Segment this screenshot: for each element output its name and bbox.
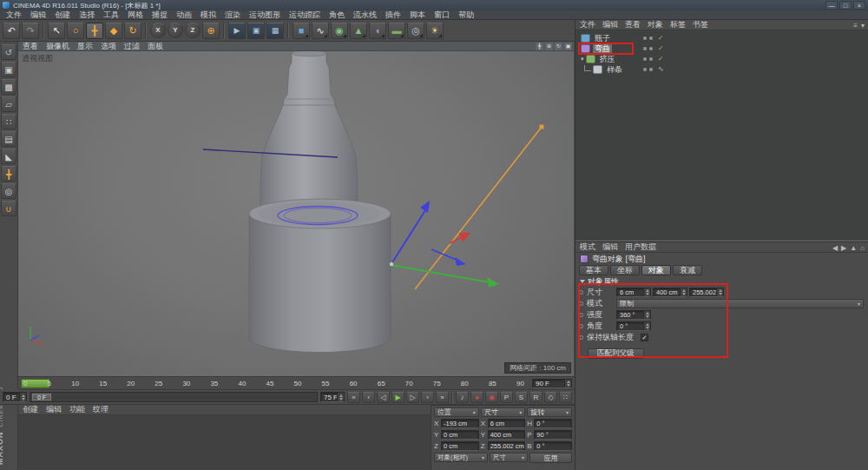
subdivision-surface-icon[interactable]: ◉ xyxy=(331,23,348,39)
edges-mode-icon[interactable]: ▤ xyxy=(1,131,16,147)
stepper[interactable] xyxy=(19,393,26,401)
close-button[interactable]: × xyxy=(853,1,865,10)
menu-item[interactable]: 运动跟踪 xyxy=(285,10,325,20)
stepper[interactable] xyxy=(643,322,650,330)
viewport-menu-item[interactable]: 摄像机 xyxy=(46,42,69,51)
tab-basic[interactable]: 基本 xyxy=(579,265,608,275)
menu-item[interactable]: 创建 xyxy=(50,10,75,20)
menu-item[interactable]: 帮助 xyxy=(454,10,478,20)
size-dropdown[interactable]: 尺寸 xyxy=(481,407,526,417)
material-menu-item[interactable]: 编辑 xyxy=(46,405,62,414)
rotate-view-icon[interactable]: ↻ xyxy=(555,43,562,50)
autokey-button[interactable]: ◉ xyxy=(485,392,498,403)
stepper[interactable] xyxy=(643,288,650,296)
anim-dot-icon[interactable] xyxy=(579,301,583,306)
keep-length-checkbox[interactable]: ✓ xyxy=(641,334,648,341)
tab-object[interactable]: 对象 xyxy=(641,265,671,275)
object-manager-menu-item[interactable]: 标签 xyxy=(670,20,686,30)
size-y-field[interactable]: 400 cm xyxy=(488,430,526,440)
rotate-tool-icon[interactable]: ↻ xyxy=(124,23,141,39)
menu-item[interactable]: 捕捉 xyxy=(148,10,172,20)
object-row-bottle[interactable]: 瓶子 ✓ xyxy=(575,33,868,43)
attribute-manager-menu-item[interactable]: 编辑 xyxy=(602,242,618,252)
range-end-field[interactable]: 75 F xyxy=(320,392,345,402)
object-manager-menu-item[interactable]: 查看 xyxy=(625,20,641,30)
material-menu-item[interactable]: 创建 xyxy=(23,405,38,414)
material-menu-item[interactable]: 纹理 xyxy=(93,405,108,414)
visibility-dots[interactable] xyxy=(643,57,653,61)
am-up-icon[interactable]: ▲ xyxy=(850,244,857,252)
position-y-field[interactable]: 0 cm xyxy=(441,430,479,440)
viewport-menu-item[interactable]: 过滤 xyxy=(124,42,140,51)
expand-arrow-icon[interactable]: ▾ xyxy=(581,56,584,63)
enable-snap-icon[interactable]: ∪ xyxy=(1,201,16,216)
polygons-mode-icon[interactable]: ◣ xyxy=(1,149,16,164)
bend-handle-line[interactable] xyxy=(415,127,542,289)
apply-button[interactable]: 应用 xyxy=(529,453,572,463)
gizmo-blue-arrow[interactable] xyxy=(392,208,427,262)
deformers-icon[interactable]: ◖ xyxy=(369,23,386,39)
undo-icon[interactable]: ↶ xyxy=(3,23,20,39)
redo-icon[interactable]: ↷ xyxy=(22,23,39,39)
primitive-cube-icon[interactable]: ■ xyxy=(293,23,310,39)
am-home-icon[interactable]: ⌂ xyxy=(860,244,865,252)
anim-dot-icon[interactable] xyxy=(579,313,583,317)
om-filter-icon[interactable]: ▾ xyxy=(861,22,865,30)
strength-input[interactable]: 360 ° xyxy=(616,310,651,320)
spline-pen-icon[interactable]: ∿ xyxy=(312,23,329,39)
next-key-button[interactable]: › xyxy=(421,392,434,403)
play-sound-button[interactable]: ♪ xyxy=(456,392,469,403)
menu-item[interactable]: 渲染 xyxy=(220,10,245,20)
rotation-p-field[interactable]: 90 ° xyxy=(534,430,572,440)
current-frame-field[interactable]: 0 F xyxy=(3,392,27,402)
material-list[interactable] xyxy=(18,415,431,469)
record-keyframe-button[interactable]: ● xyxy=(470,392,483,403)
timeline-slider[interactable]: 0 F xyxy=(30,392,318,402)
viewport-canvas[interactable]: 透视视图 网格间距 : 100 cm xyxy=(18,51,574,376)
next-frame-button[interactable]: ▷ xyxy=(406,392,419,403)
coordinate-mode-dropdown[interactable]: 对象(相对) xyxy=(434,453,488,462)
object-manager-menu-item[interactable]: 文件 xyxy=(580,20,595,30)
toggle-view-icon[interactable]: ▣ xyxy=(564,43,572,50)
go-to-start-button[interactable]: « xyxy=(347,392,360,403)
timeline-end-field[interactable]: 90 F xyxy=(532,379,572,388)
object-row-extrude[interactable]: ▾ 挤压 ✓ xyxy=(575,54,868,64)
anim-dot-icon[interactable] xyxy=(579,324,583,328)
object-row-spline[interactable]: 样条 ∿ xyxy=(575,64,868,75)
tab-coordinates[interactable]: 坐标 xyxy=(610,265,640,275)
anim-dot-icon[interactable] xyxy=(579,290,583,295)
camera-icon[interactable]: ◎ xyxy=(407,23,424,39)
menu-item[interactable]: 脚本 xyxy=(405,10,430,20)
anim-dot-icon[interactable] xyxy=(579,335,583,340)
render-view-icon[interactable]: ▶ xyxy=(228,23,246,39)
live-selection-icon[interactable]: ○ xyxy=(67,23,84,39)
rotation-h-field[interactable]: 0 ° xyxy=(534,419,572,428)
record-pla-button[interactable]: ∷ xyxy=(559,392,572,403)
visibility-dots[interactable] xyxy=(643,47,653,50)
enabled-check-icon[interactable]: ✓ xyxy=(658,43,664,54)
am-back-icon[interactable]: ◀ xyxy=(832,244,838,252)
object-manager-menu-item[interactable]: 编辑 xyxy=(602,20,618,30)
size-mode-dropdown[interactable]: 尺寸 xyxy=(490,453,528,462)
viewport-menu-item[interactable]: 查看 xyxy=(23,42,38,51)
previous-key-button[interactable]: ‹ xyxy=(362,392,375,403)
size-x-input[interactable]: 6 cm xyxy=(616,288,651,297)
texture-mode-icon[interactable]: ▩ xyxy=(1,79,16,95)
menu-item[interactable]: 工具 xyxy=(99,10,123,20)
menu-item[interactable]: 文件 xyxy=(2,10,26,20)
menu-item[interactable]: 角色 xyxy=(325,10,349,20)
gizmo-green-arrowhead[interactable] xyxy=(487,277,499,288)
y-axis-lock-icon[interactable]: Y xyxy=(168,23,183,38)
zoom-view-icon[interactable]: ⊕ xyxy=(545,43,553,50)
size-z-input[interactable]: 255.002 c xyxy=(689,288,724,297)
workplane-mode-icon[interactable]: ▱ xyxy=(1,96,16,112)
am-forward-icon[interactable]: ▶ xyxy=(841,244,846,252)
fit-to-parent-button[interactable]: 匹配到父级 xyxy=(588,348,644,359)
position-dropdown[interactable]: 位置 xyxy=(434,407,479,417)
timeline-ruler[interactable]: 051015202530354045505560657075808590 90 … xyxy=(18,376,575,390)
label-cylinder-model[interactable] xyxy=(249,214,391,352)
gizmo-blue-depth-arrowhead[interactable] xyxy=(455,257,466,266)
viewport-menu-item[interactable]: 选项 xyxy=(101,42,116,51)
enable-axis-icon[interactable]: ╋ xyxy=(1,166,16,182)
om-list-icon[interactable]: ≡ xyxy=(853,22,858,30)
